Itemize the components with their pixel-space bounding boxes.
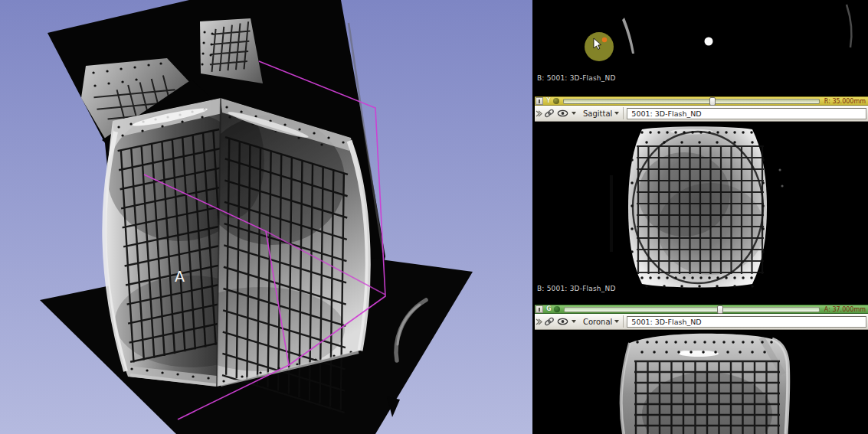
- orientation-select[interactable]: Coronal: [583, 318, 612, 326]
- volume-select[interactable]: 5001: 3D-Flash_ND: [627, 108, 866, 119]
- image-crescent: [622, 18, 634, 54]
- app-window: A B: 5001: 3D-Flash_ND Y R: 35.000m: [0, 0, 868, 434]
- offset-slider-track[interactable]: [564, 307, 820, 312]
- coronal-toolbar: Coronal 5001: 3D-Flash_ND: [535, 314, 868, 330]
- bar-expand-button[interactable]: [536, 97, 543, 105]
- slice-view-sagittal[interactable]: B: 5001: 3D-Flash_ND: [535, 122, 868, 305]
- slice-axis-label: G: [546, 305, 552, 313]
- orientation-marker-label: A: [175, 268, 185, 285]
- slice-annotation: B: 5001: 3D-Flash_ND: [537, 285, 616, 292]
- eye-dropdown-caret-icon[interactable]: [572, 112, 576, 115]
- link-chain-icon[interactable]: [542, 315, 556, 328]
- pushpin-icon[interactable]: [535, 315, 542, 328]
- slice-image-top: [535, 0, 868, 96]
- visibility-eye-icon[interactable]: [556, 106, 569, 120]
- slice-annotation: B: 5001: 3D-Flash_ND: [537, 74, 616, 82]
- slice-image-coronal: [535, 330, 868, 434]
- visibility-eye-icon[interactable]: [556, 315, 569, 328]
- bar-expand-button[interactable]: [536, 305, 543, 313]
- sagittal-toolbar: Sagittal 5001: 3D-Flash_ND: [535, 106, 868, 122]
- 3d-scene: A: [0, 0, 532, 434]
- offset-readout: A: 37.000mm: [824, 306, 866, 313]
- image-crescent-right: [847, 5, 851, 47]
- slice-menu-button[interactable]: [553, 98, 559, 104]
- offset-slider-handle[interactable]: [717, 305, 723, 314]
- slice-view-coronal[interactable]: [535, 330, 868, 434]
- toolbar-separator: [623, 315, 624, 328]
- slice-menu-button[interactable]: [554, 306, 560, 312]
- toolbar-separator: [623, 107, 624, 119]
- coronal-offset-bar[interactable]: G A: 37.000mm: [535, 305, 868, 314]
- volume-select[interactable]: 5001: 3D-Flash_ND: [627, 316, 866, 328]
- pushpin-icon[interactable]: [535, 106, 542, 120]
- slice-view-top[interactable]: B: 5001: 3D-Flash_ND: [535, 0, 868, 96]
- 3d-viewport[interactable]: A: [0, 0, 532, 434]
- orientation-caret-icon[interactable]: [614, 320, 619, 323]
- offset-slider-track[interactable]: [563, 99, 820, 104]
- link-chain-icon[interactable]: [542, 106, 556, 120]
- slice-panel: B: 5001: 3D-Flash_ND Y R: 35.000mm: [535, 0, 868, 434]
- offset-readout: R: 35.000mm: [824, 98, 866, 105]
- cursor-hotspot-dot: [602, 38, 607, 42]
- offset-slider-handle[interactable]: [709, 97, 716, 106]
- slice-image-sagittal: [535, 122, 868, 305]
- slice-axis-label: Y: [546, 97, 551, 105]
- fiducial-dot: [705, 38, 713, 46]
- orientation-select[interactable]: Sagittal: [583, 109, 612, 118]
- sagittal-offset-bar[interactable]: Y R: 35.000mm: [535, 96, 868, 106]
- orientation-caret-icon[interactable]: [614, 112, 619, 115]
- eye-dropdown-caret-icon[interactable]: [572, 320, 576, 323]
